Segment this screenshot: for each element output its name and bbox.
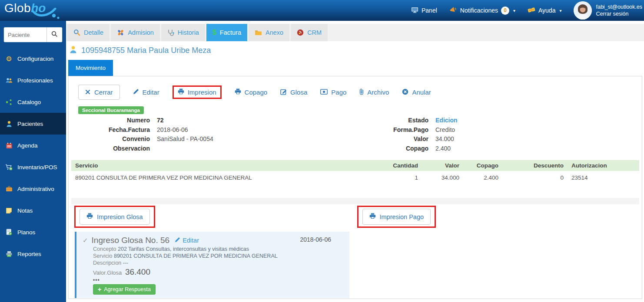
anular-button[interactable]: Anular xyxy=(402,89,431,96)
sidebar-item-label: Notas xyxy=(17,207,33,214)
more-options-ellipsis[interactable]: ••• xyxy=(93,278,342,282)
editar-button[interactable]: Editar xyxy=(133,89,159,96)
field-value-observacion xyxy=(157,144,344,154)
page-title: 1095948755 Maria Paula Uribe Meza xyxy=(81,46,211,55)
highlight-box-impresion: Impresion xyxy=(173,85,222,99)
sidebar-item-notas[interactable]: Notas xyxy=(0,200,66,221)
field-value-estado[interactable]: Edicion xyxy=(435,116,548,125)
concepto-value: 202 Tarifas Consultas, interconsultas y … xyxy=(118,246,249,252)
field-value-valor: 34.000 xyxy=(435,135,548,144)
calendar-icon xyxy=(5,142,13,149)
field-value-fecha-factura: 2018-06-06 xyxy=(157,125,344,135)
copago-button[interactable]: Copago xyxy=(235,89,268,96)
sidebar-item-administrativo[interactable]: Administrativo xyxy=(0,178,66,200)
printer-icon xyxy=(235,89,241,96)
topbar: Globho Panel Notificaciones 0 ▾ xyxy=(0,0,644,21)
cell-cantidad: 1 xyxy=(355,171,422,184)
cell-copago: 2.400 xyxy=(463,171,502,184)
link-label: Editar xyxy=(183,237,199,244)
sidebar-item-catalogo[interactable]: Catalogo xyxy=(0,91,66,113)
circle-x-icon xyxy=(402,89,408,96)
people-icon xyxy=(5,77,13,84)
printer-icon xyxy=(369,213,376,220)
sidebar-item-label: Administrativo xyxy=(17,186,54,192)
tab-admision[interactable]: Admision xyxy=(111,24,160,41)
sidebar-item-configuracion[interactable]: ⚙ Configuracion xyxy=(0,48,66,69)
valor-glosa-label: Valor.Glosa xyxy=(93,269,122,276)
glosa-concepto-line: Concepto 202 Tarifas Consultas, intercon… xyxy=(93,246,342,253)
panel-menu-item[interactable]: Panel xyxy=(411,7,437,14)
descripcion-label: Descripcion xyxy=(93,260,121,266)
glosa-valor-line: Valor.Glosa 36.400 xyxy=(93,267,342,278)
tab-detalle[interactable]: Detalle xyxy=(67,24,110,41)
tab-movimiento[interactable]: Movimiento xyxy=(68,60,113,76)
impresion-glosa-button[interactable]: Impresion Glosa xyxy=(80,209,150,225)
field-label: Valor xyxy=(368,135,428,144)
servicio-label: Servicio xyxy=(93,253,112,259)
invoice-toolbar: Cerrar Editar Impresion xyxy=(78,84,642,100)
agregar-respuesta-button[interactable]: + Agregar Respuesta xyxy=(93,284,156,295)
pago-button[interactable]: Pago xyxy=(320,89,346,96)
check-icon: ✓ xyxy=(83,236,88,244)
column-header-copago: Copago xyxy=(463,160,502,171)
briefcase-icon xyxy=(5,186,13,192)
button-label: Cerrar xyxy=(94,89,113,96)
print-actions-row: Impresion Glosa Impresion Pago xyxy=(69,206,642,228)
sidebar-item-planos[interactable]: Planos xyxy=(0,221,66,243)
help-menu-item[interactable]: Ayuda ▾ xyxy=(528,7,561,14)
field-value-numero: 72 xyxy=(157,116,344,125)
printer-icon xyxy=(86,213,93,220)
button-label: Archivo xyxy=(367,89,389,96)
field-value-forma-pago: Credito xyxy=(435,125,548,135)
button-label: Impresion xyxy=(188,89,216,96)
invoice-fields: Numero 72 Fecha.Factura 2018-06-06 Conve… xyxy=(69,116,642,153)
user-text: fabi_st@outlook.es Cerrar sesión xyxy=(596,3,642,18)
dollar-icon: $ xyxy=(212,29,216,36)
sidebar-item-inventario-pos[interactable]: Inventario/POS xyxy=(0,156,66,178)
megaphone-icon xyxy=(449,7,457,14)
impresion-pago-button[interactable]: Impresion Pago xyxy=(362,209,431,225)
paperclip-icon xyxy=(359,89,364,96)
user-box: fabi_st@outlook.es Cerrar sesión xyxy=(574,1,642,20)
logout-link[interactable]: Cerrar sesión xyxy=(596,10,642,17)
glosa-card: 2018-06-06 ✓ Ingreso Glosa No. 56 Editar… xyxy=(75,232,349,298)
sidebar-item-pacientes[interactable]: Pacientes xyxy=(0,113,66,135)
gear-icon: ⚙ xyxy=(5,55,13,63)
catalog-dots-icon xyxy=(5,99,13,105)
notifications-count-badge: 0 xyxy=(501,7,509,15)
globho-logo[interactable]: Globho xyxy=(4,2,60,20)
field-label: Numero xyxy=(78,116,150,125)
patient-search-button[interactable] xyxy=(46,27,62,42)
avatar[interactable] xyxy=(574,1,592,20)
printer-icon xyxy=(178,89,184,96)
tab-historia[interactable]: Historia xyxy=(161,24,205,41)
topbar-nav: Panel Notificaciones 0 ▾ Ayuda ▾ xyxy=(411,1,644,20)
patient-search xyxy=(3,27,63,43)
button-label: Glosa xyxy=(290,89,307,96)
bandage-icon xyxy=(117,29,124,36)
sidebar-item-agenda[interactable]: Agenda xyxy=(0,135,66,156)
archivo-button[interactable]: Archivo xyxy=(359,89,389,96)
panel-label: Panel xyxy=(422,7,437,14)
button-label: Editar xyxy=(143,89,159,96)
tab-factura[interactable]: $ Factura xyxy=(206,24,247,41)
cell-descuento: 0 xyxy=(502,171,568,184)
cerrar-button[interactable]: Cerrar xyxy=(78,85,120,100)
column-header-autorizacion: Autorizacion xyxy=(568,160,639,171)
patient-search-input[interactable] xyxy=(4,27,46,42)
glosa-button[interactable]: Glosa xyxy=(280,89,307,96)
table-row[interactable]: 890201 CONSULTA DE PRIMERA VEZ POR MEDIC… xyxy=(71,171,639,184)
sidebar-item-profesionales[interactable]: Profesionales xyxy=(0,69,66,91)
sidebar-item-label: Configuracion xyxy=(17,56,53,62)
glosa-editar-link[interactable]: Editar xyxy=(175,237,199,244)
impresion-button[interactable]: Impresion xyxy=(178,89,216,96)
logo-text-primary: Glob xyxy=(4,1,31,15)
field-label: Estado xyxy=(368,116,428,125)
plus-icon: + xyxy=(98,287,101,292)
sidebar-item-reportes[interactable]: Reportes xyxy=(0,243,66,265)
tab-crm[interactable]: CRM xyxy=(291,24,328,41)
highlight-box-impresion-glosa: Impresion Glosa xyxy=(74,206,155,228)
pago-column: Impresion Pago xyxy=(355,206,642,228)
tab-anexo[interactable]: Anexo xyxy=(249,24,289,41)
notifications-menu-item[interactable]: Notificaciones 0 ▾ xyxy=(449,7,515,15)
